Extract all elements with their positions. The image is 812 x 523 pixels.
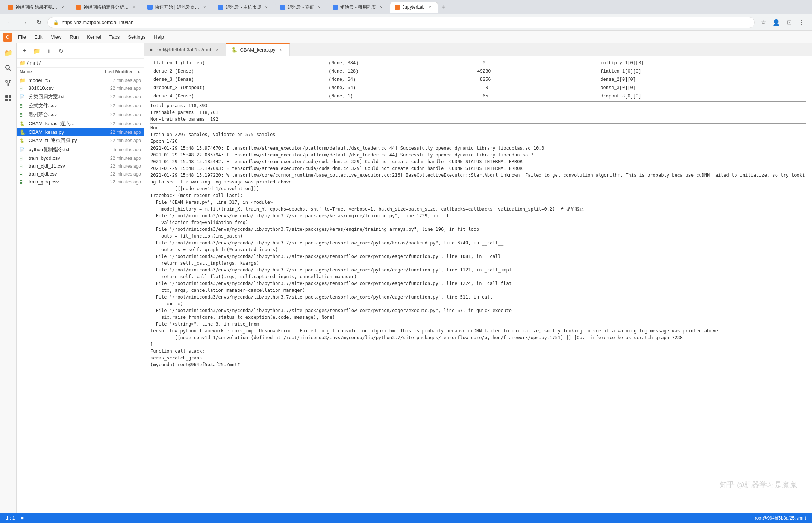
menu-run[interactable]: Run [66, 33, 82, 41]
tab-cbam-label: CBAM_keras.py [240, 47, 276, 53]
tab-close-5[interactable]: × [316, 4, 322, 10]
csv-icon-801010: ⌸ [20, 86, 26, 91]
address-text: https://hz.matpool.com:26140/lab [62, 20, 134, 25]
tab-terminal-close[interactable]: × [214, 47, 220, 53]
traceback-line-2: model_history = m.fit(train_X, train_Y, … [150, 206, 806, 212]
activity-git-icon[interactable] [2, 76, 15, 90]
browser-tab-3[interactable]: 快速开始 | 矩池云支… × [142, 2, 212, 13]
tab-close-3[interactable]: × [201, 4, 208, 10]
svg-rect-8 [9, 95, 11, 98]
status-bar: 1 : 1 ■ root@964bf5b3af25: /mnt [0, 513, 812, 523]
menu-button[interactable]: ⋮ [796, 17, 807, 28]
reload-button[interactable]: ↻ [33, 17, 44, 28]
csv-icon-gongshi: ⌸ [20, 103, 26, 108]
tab-label-1: 神经网络 结果不稳… [15, 4, 57, 11]
menu-file[interactable]: File [14, 33, 30, 41]
file-item-cbam-keras-zd[interactable]: 🐍 CBAM_keras_逐点回归.py 22 minutes ago [17, 119, 144, 128]
tab-close-4[interactable]: × [264, 4, 270, 10]
tab-close-1[interactable]: × [59, 4, 65, 10]
output-area[interactable]: flatten_1 (Flatten) (None, 384) 0 multip… [144, 56, 812, 513]
file-name-gongshi: 公式文件.csv [29, 102, 79, 109]
browser-tab-5[interactable]: 矩池云 - 充值 × [275, 2, 327, 13]
shape-1: (None, 128) [298, 67, 461, 76]
training-line-9: [[[node conv1d_1/convolution]]] [150, 185, 806, 192]
activity-search-icon[interactable] [2, 61, 15, 75]
error-node: [[node conv1d_1/convolution (defined at … [150, 334, 806, 341]
menu-tabs[interactable]: Tabs [106, 33, 123, 41]
nav-actions: ☆ 👤 ⊡ ⋮ [758, 17, 807, 28]
traceback-line-4: validation_freq=validation_freq) [150, 219, 806, 226]
bookmark-button[interactable]: ☆ [758, 17, 769, 28]
file-item-model_h5[interactable]: 📁 model_h5 7 minutes ago [17, 76, 144, 84]
tab-close-6[interactable]: × [378, 4, 384, 10]
tab-cbam-keras[interactable]: 🐍 CBAM_keras.py × [226, 43, 290, 56]
refresh-button[interactable]: ↻ [56, 45, 66, 56]
app-logo: C [3, 33, 12, 42]
browser-tab-2[interactable]: 神经网络稳定性分析… × [71, 2, 142, 13]
notebook-tabbar: ■ root@964bf5b3af25: /mnt × 🐍 CBAM_keras… [144, 43, 812, 56]
file-item-python[interactable]: 📄 python复制指令.txt 5 months ago [17, 145, 144, 154]
function-call-stack-label: Function call stack: [150, 348, 806, 355]
connected-3: dense_3[0][0] [546, 84, 806, 92]
file-item-801010[interactable]: ⌸ 801010.csv 22 minutes ago [17, 84, 144, 92]
file-name-train-bydd: train_bydd.csv [29, 155, 79, 161]
lock-icon: 🔒 [53, 20, 59, 25]
table-divider-1 [150, 101, 806, 102]
file-item-guizhou[interactable]: ⌸ 贵州茅台.csv 22 minutes ago [17, 110, 144, 119]
training-line-5: 2021-01-29 15:48:22.033794: I tensorflow… [150, 152, 806, 158]
browser-tab-6[interactable]: 矩池云 - 租用列表 × [328, 2, 389, 13]
svg-rect-7 [5, 95, 8, 98]
status-hostname: root@964bf5b3af25: /mnt [755, 515, 806, 521]
tab-close-2[interactable]: × [131, 4, 137, 10]
traceback-line-14: ctx, args, cancellation_manager=cancella… [150, 287, 806, 294]
svg-point-4 [8, 84, 9, 86]
upload-button[interactable]: ⇧ [44, 45, 54, 56]
activity-extensions-icon[interactable] [2, 91, 15, 105]
status-mode: ■ [21, 515, 23, 521]
file-item-fenlei[interactable]: 📄 分类回归方案.txt 22 minutes ago [17, 92, 144, 101]
profile-button[interactable]: 👤 [771, 17, 782, 28]
browser-tab-4[interactable]: 矩池云 - 主机市场 × [213, 2, 274, 13]
tab-favicon-2 [76, 5, 81, 10]
file-name-fenlei: 分类回归方案.txt [29, 93, 79, 100]
menu-view[interactable]: View [47, 33, 65, 41]
connected-0: multiply_1[0][0] [546, 59, 806, 67]
new-folder-button[interactable]: 📁 [32, 45, 42, 56]
function-stack-section: Function call stack: keras_scratch_graph [150, 348, 806, 361]
menu-settings[interactable]: Settings [124, 33, 149, 41]
tab-favicon-3 [147, 5, 153, 10]
nav-bar: ← → ↻ 🔒 https://hz.matpool.com:26140/lab… [0, 14, 812, 31]
col-modified-header[interactable]: Last Modified ▲ [81, 69, 141, 74]
new-tab-button[interactable]: + [439, 2, 449, 12]
file-item-train-cjdl[interactable]: ⌸ train_cjdl.csv 22 minutes ago [17, 170, 144, 178]
file-item-gongshi[interactable]: ⌸ 公式文件.csv 22 minutes ago [17, 101, 144, 110]
tab-close-7[interactable]: × [427, 4, 433, 10]
shape-0: (None, 384) [298, 59, 461, 67]
csv-icon-train-gldq: ⌸ [20, 180, 26, 184]
browser-tab-1[interactable]: 神经网络 结果不稳… × [3, 2, 70, 13]
file-item-cbam-keras[interactable]: 🐍 CBAM_keras.py 22 minutes ago [17, 128, 144, 136]
param-3: 0 [461, 84, 546, 92]
tab-cbam-close[interactable]: × [278, 47, 284, 53]
menu-help[interactable]: Help [150, 33, 168, 41]
status-line-sep: : [10, 515, 11, 521]
address-bar[interactable]: 🔒 https://hz.matpool.com:26140/lab [47, 17, 755, 28]
browser-tab-7[interactable]: JupyterLab × [390, 2, 438, 13]
extensions-button[interactable]: ⊡ [783, 17, 795, 28]
tab-terminal[interactable]: ■ root@964bf5b3af25: /mnt × [144, 43, 226, 56]
menu-kernel[interactable]: Kernel [83, 33, 105, 41]
file-item-train-cjdl11[interactable]: ⌸ train_cjdl_11.csv 22 minutes ago [17, 162, 144, 170]
file-modified-cbam-tf: 22 minutes ago [81, 138, 141, 143]
new-file-button[interactable]: + [20, 45, 30, 56]
model-row-0: flatten_1 (Flatten) (None, 384) 0 multip… [150, 59, 806, 67]
activity-files-icon[interactable]: 📁 [2, 46, 15, 60]
menu-edit[interactable]: Edit [30, 33, 46, 41]
file-item-train-gldq[interactable]: ⌸ train_gldq.csv 22 minutes ago [17, 178, 144, 186]
back-button[interactable]: ← [5, 17, 16, 28]
status-right: root@964bf5b3af25: /mnt [755, 515, 806, 521]
forward-button[interactable]: → [19, 17, 30, 28]
model-summary-table: flatten_1 (Flatten) (None, 384) 0 multip… [150, 59, 806, 100]
col-name-header[interactable]: Name [20, 69, 81, 74]
file-item-train-bydd[interactable]: ⌸ train_bydd.csv 22 minutes ago [17, 154, 144, 162]
file-item-cbam-tf[interactable]: 🐍 CBAM_tf_逐点回归.py 22 minutes ago [17, 136, 144, 145]
